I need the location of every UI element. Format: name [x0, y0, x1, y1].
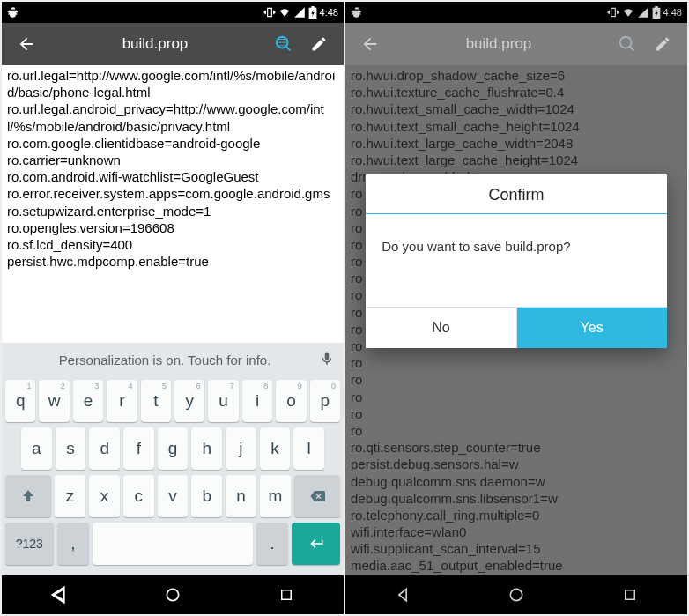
dialog-title: Confirm: [366, 174, 666, 214]
symbols-key[interactable]: ?123: [5, 523, 54, 565]
key-j[interactable]: j: [226, 427, 256, 470]
enter-key[interactable]: [292, 523, 340, 565]
editor-line[interactable]: ro.error.receiver.system.apps=com.google…: [7, 185, 338, 202]
svg-point-2: [167, 589, 178, 600]
app-title: build.prop: [44, 35, 266, 53]
nav-bar: [2, 575, 344, 614]
key-b[interactable]: b: [191, 475, 222, 517]
key-z[interactable]: z: [55, 475, 85, 517]
confirm-dialog: Confirm Do you want to save build.prop? …: [366, 174, 666, 348]
svg-rect-3: [282, 590, 292, 600]
key-s[interactable]: s: [56, 427, 86, 470]
key-l[interactable]: l: [293, 427, 324, 470]
key-p[interactable]: p0: [310, 380, 340, 422]
back-icon[interactable]: [9, 26, 44, 62]
dialog-scrim[interactable]: Confirm Do you want to save build.prop? …: [345, 2, 687, 614]
vibrate-icon: [263, 6, 276, 19]
signal-icon: R: [293, 6, 306, 19]
svg-text:R: R: [296, 8, 300, 12]
period-key[interactable]: .: [256, 523, 288, 565]
key-i[interactable]: i8: [242, 380, 272, 422]
key-u[interactable]: u7: [208, 380, 238, 422]
key-t[interactable]: t5: [141, 380, 171, 422]
suggestion-text: Personalization is on. Touch for info.: [11, 353, 319, 367]
wifi-icon: [278, 6, 291, 19]
key-k[interactable]: k: [260, 427, 291, 470]
editor-line[interactable]: ro.com.android.wifi-watchlist=GoogleGues…: [7, 168, 338, 185]
globe-search-icon[interactable]: [266, 26, 301, 62]
key-y[interactable]: y6: [174, 380, 204, 422]
editor-line[interactable]: ro.url.legal.android_privacy=http://www.…: [7, 100, 338, 134]
dialog-yes-button[interactable]: Yes: [517, 308, 667, 348]
comma-key[interactable]: ,: [57, 523, 89, 565]
nav-home[interactable]: [146, 579, 199, 611]
key-h[interactable]: h: [191, 427, 222, 470]
dialog-no-button[interactable]: No: [366, 308, 516, 348]
editor-line[interactable]: ro.setupwizard.enterprise_mode=1: [7, 203, 338, 219]
key-v[interactable]: v: [158, 475, 189, 517]
key-n[interactable]: n: [226, 475, 256, 517]
key-x[interactable]: x: [89, 475, 120, 517]
nav-recent[interactable]: [260, 579, 313, 611]
key-r[interactable]: r4: [107, 380, 137, 422]
key-d[interactable]: d: [89, 427, 120, 470]
key-a[interactable]: a: [21, 427, 52, 470]
key-e[interactable]: e3: [73, 380, 103, 422]
editor-line[interactable]: persist.hwc.mdpcomp.enable=true: [7, 253, 338, 270]
key-q[interactable]: q1: [5, 380, 35, 422]
key-m[interactable]: m: [260, 475, 291, 517]
status-time: 4:48: [320, 7, 338, 18]
space-key[interactable]: [93, 523, 253, 565]
status-bar: R 4:48: [2, 2, 344, 23]
key-g[interactable]: g: [158, 427, 189, 470]
dialog-message: Do you want to save build.prop?: [366, 214, 666, 307]
app-bar: build.prop: [2, 23, 344, 65]
debug-icon: [7, 6, 19, 19]
key-w[interactable]: w2: [39, 380, 69, 422]
battery-icon: [308, 6, 317, 19]
mic-icon[interactable]: [319, 351, 335, 369]
key-f[interactable]: f: [123, 427, 154, 470]
editor-line[interactable]: ro.com.google.clientidbase=android-googl…: [7, 135, 338, 152]
editor-line[interactable]: ro.url.legal=http://www.google.com/intl/…: [7, 67, 338, 100]
editor-line[interactable]: ro.opengles.version=196608: [7, 219, 338, 236]
nav-back[interactable]: [33, 579, 85, 611]
shift-key[interactable]: [5, 475, 51, 517]
key-c[interactable]: c: [123, 475, 154, 517]
phone-right: 4:48 build.prop ro.hwui.drop_shadow_cach…: [345, 2, 687, 614]
editor-line[interactable]: ro.carrier=unknown: [7, 152, 338, 168]
backspace-key[interactable]: [294, 475, 340, 517]
edit-icon[interactable]: [301, 26, 337, 62]
keyboard-suggestion-bar[interactable]: Personalization is on. Touch for info.: [2, 343, 344, 376]
dialog-actions: No Yes: [366, 307, 666, 348]
keyboard: q1w2e3r4t5y6u7i8o9p0 asdfghjkl zxcvbnm ?…: [2, 376, 344, 575]
editor-line[interactable]: ro.sf.lcd_density=400: [7, 236, 338, 253]
phone-left: R 4:48 build.prop ro.url.legal=http://ww…: [2, 2, 344, 614]
key-o[interactable]: o9: [276, 380, 306, 422]
editor-content[interactable]: ro.url.legal=http://www.google.com/intl/…: [2, 65, 344, 343]
